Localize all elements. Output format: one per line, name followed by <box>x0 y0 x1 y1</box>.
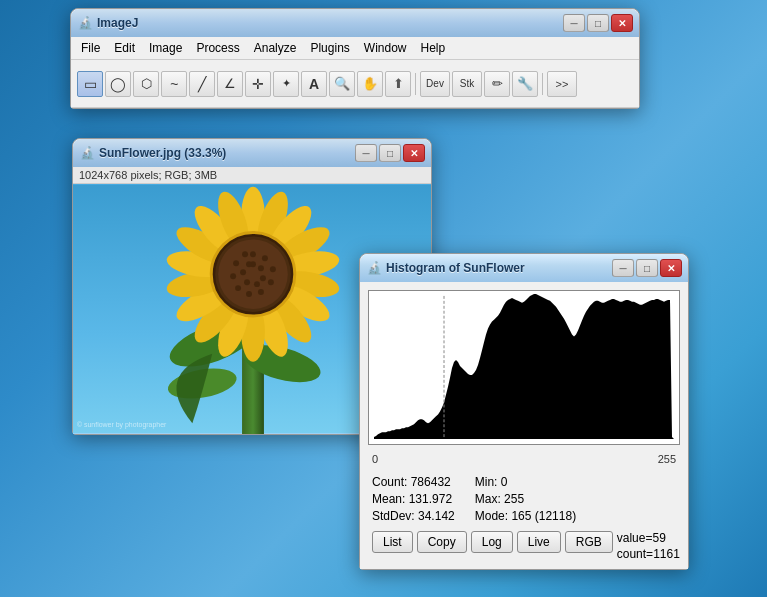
histogram-window-icon: 🔬 <box>366 260 382 276</box>
tool-dropper[interactable]: ⬆ <box>385 71 411 97</box>
sunflower-titlebar[interactable]: 🔬 SunFlower.jpg (33.3%) ─ □ ✕ <box>73 139 431 167</box>
tool-paint[interactable]: ✏ <box>484 71 510 97</box>
svg-point-25 <box>218 239 288 309</box>
imagej-title: ImageJ <box>97 16 563 30</box>
svg-point-34 <box>233 260 239 266</box>
menu-process[interactable]: Process <box>190 39 245 57</box>
histogram-chart <box>368 290 680 445</box>
stat-min: Min: 0 <box>475 475 576 489</box>
histogram-buttons: List Copy Log Live RGB value=59 count=11… <box>368 531 680 561</box>
svg-point-40 <box>244 279 250 285</box>
imagej-toolbar: ▭ ◯ ⬡ ~ ╱ ∠ ✛ ✦ A 🔍 ✋ ⬆ Dev Stk ✏ 🔧 >> <box>71 60 639 108</box>
tool-line[interactable]: ╱ <box>189 71 215 97</box>
imagej-icon: 🔬 <box>77 15 93 31</box>
tool-crosshair[interactable]: ✛ <box>245 71 271 97</box>
histogram-minimize-button[interactable]: ─ <box>612 259 634 277</box>
histogram-value-display: value=59 count=1161 <box>617 531 680 561</box>
histogram-live-button[interactable]: Live <box>517 531 561 553</box>
tool-angle[interactable]: ∠ <box>217 71 243 97</box>
svg-point-37 <box>258 265 264 271</box>
imagej-close-button[interactable]: ✕ <box>611 14 633 32</box>
tool-rectangle[interactable]: ▭ <box>77 71 103 97</box>
imagej-titlebar[interactable]: 🔬 ImageJ ─ □ ✕ <box>71 9 639 37</box>
imagej-window-controls: ─ □ ✕ <box>563 14 633 32</box>
stat-count: Count: 786432 <box>372 475 455 489</box>
imagej-main-window: 🔬 ImageJ ─ □ ✕ File Edit Image Process A… <box>70 8 640 109</box>
imagej-minimize-button[interactable]: ─ <box>563 14 585 32</box>
svg-point-28 <box>270 266 276 272</box>
imagej-maximize-button[interactable]: □ <box>587 14 609 32</box>
histogram-log-button[interactable]: Log <box>471 531 513 553</box>
histogram-stats-right: Min: 0 Max: 255 Mode: 165 (12118) <box>475 475 576 523</box>
svg-point-41 <box>240 269 246 275</box>
menu-window[interactable]: Window <box>358 39 413 57</box>
svg-point-26 <box>250 251 256 257</box>
svg-point-32 <box>235 285 241 291</box>
tool-forward[interactable]: >> <box>547 71 577 97</box>
stat-mode: Mode: 165 (12118) <box>475 509 576 523</box>
svg-point-27 <box>262 255 268 261</box>
menu-help[interactable]: Help <box>415 39 452 57</box>
sunflower-maximize-button[interactable]: □ <box>379 144 401 162</box>
sunflower-window-icon: 🔬 <box>79 145 95 161</box>
tool-stk[interactable]: Stk <box>452 71 482 97</box>
histogram-window-controls: ─ □ ✕ <box>612 259 682 277</box>
sunflower-window-controls: ─ □ ✕ <box>355 144 425 162</box>
histogram-max-label: 255 <box>658 453 676 465</box>
histogram-content: 0 255 Count: 786432 Mean: 131.972 StdDev… <box>360 282 688 569</box>
histogram-count-line: count=1161 <box>617 547 680 561</box>
tool-polygon[interactable]: ⬡ <box>133 71 159 97</box>
sunflower-close-button[interactable]: ✕ <box>403 144 425 162</box>
svg-point-35 <box>242 251 248 257</box>
tool-wand[interactable]: ✦ <box>273 71 299 97</box>
stat-mean: Mean: 131.972 <box>372 492 455 506</box>
toolbar-separator-2 <box>542 73 543 95</box>
histogram-stats: Count: 786432 Mean: 131.972 StdDev: 34.1… <box>368 475 680 523</box>
sunflower-title: SunFlower.jpg (33.3%) <box>99 146 355 160</box>
tool-text[interactable]: A <box>301 71 327 97</box>
menu-image[interactable]: Image <box>143 39 188 57</box>
svg-text:© sunflower by photographer: © sunflower by photographer <box>77 421 167 429</box>
histogram-xaxis: 0 255 <box>368 451 680 467</box>
svg-point-30 <box>258 289 264 295</box>
svg-point-33 <box>230 273 236 279</box>
menu-plugins[interactable]: Plugins <box>304 39 355 57</box>
histogram-close-button[interactable]: ✕ <box>660 259 682 277</box>
histogram-stats-left: Count: 786432 Mean: 131.972 StdDev: 34.1… <box>372 475 455 523</box>
stat-stddev: StdDev: 34.142 <box>372 509 455 523</box>
toolbar-separator-1 <box>415 73 416 95</box>
svg-point-38 <box>260 275 266 281</box>
tool-oval[interactable]: ◯ <box>105 71 131 97</box>
histogram-title: Histogram of SunFlower <box>386 261 612 275</box>
menu-file[interactable]: File <box>75 39 106 57</box>
svg-point-29 <box>268 279 274 285</box>
imagej-menubar: File Edit Image Process Analyze Plugins … <box>71 37 639 60</box>
histogram-titlebar[interactable]: 🔬 Histogram of SunFlower ─ □ ✕ <box>360 254 688 282</box>
histogram-min-label: 0 <box>372 453 378 465</box>
sunflower-minimize-button[interactable]: ─ <box>355 144 377 162</box>
histogram-rgb-button[interactable]: RGB <box>565 531 613 553</box>
histogram-window: 🔬 Histogram of SunFlower ─ □ ✕ <box>359 253 689 570</box>
tool-dev[interactable]: Dev <box>420 71 450 97</box>
tool-scroll[interactable]: ✋ <box>357 71 383 97</box>
svg-point-31 <box>246 291 252 297</box>
stat-max: Max: 255 <box>475 492 576 506</box>
menu-analyze[interactable]: Analyze <box>248 39 303 57</box>
histogram-maximize-button[interactable]: □ <box>636 259 658 277</box>
tool-freehand[interactable]: ~ <box>161 71 187 97</box>
histogram-list-button[interactable]: List <box>372 531 413 553</box>
tool-magnify[interactable]: 🔍 <box>329 71 355 97</box>
svg-point-42 <box>246 261 252 267</box>
sunflower-image-info: 1024x768 pixels; RGB; 3MB <box>73 167 431 184</box>
svg-point-39 <box>254 281 260 287</box>
histogram-value-line: value=59 <box>617 531 680 545</box>
menu-edit[interactable]: Edit <box>108 39 141 57</box>
histogram-copy-button[interactable]: Copy <box>417 531 467 553</box>
tool-options[interactable]: 🔧 <box>512 71 538 97</box>
